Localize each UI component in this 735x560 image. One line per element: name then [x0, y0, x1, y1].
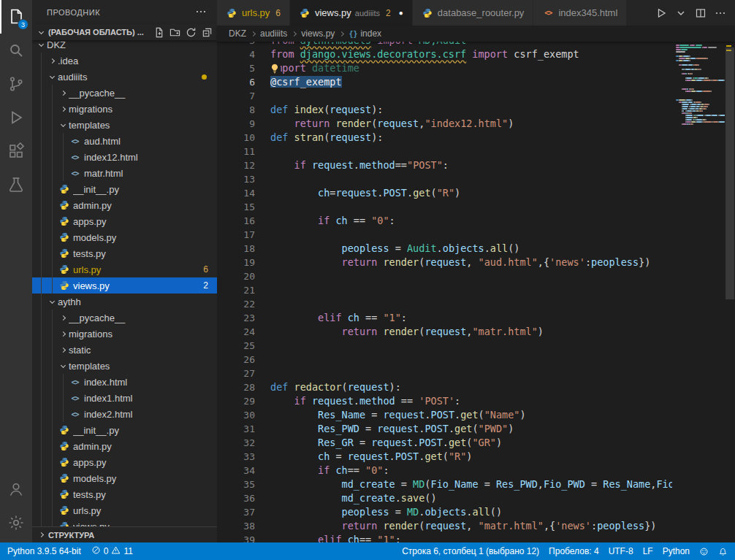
code-line-20[interactable]: 20 — [217, 269, 672, 283]
code-line-14[interactable]: 14 ch=request.POST.get("R") — [217, 186, 672, 200]
code-line-39[interactable]: 39 elif ch== "1": — [217, 533, 672, 542]
tree-file-views.py[interactable]: views.py — [32, 518, 217, 526]
more-actions-button[interactable] — [715, 7, 726, 19]
refresh-explorer-button[interactable] — [186, 27, 197, 38]
collapse-folders-button[interactable] — [202, 27, 213, 38]
code-line-4[interactable]: 4from django.views.decorators.csrf impor… — [217, 47, 672, 61]
sidebar-more-actions-button[interactable] — [195, 6, 207, 19]
activity-extensions-icon[interactable] — [0, 134, 32, 168]
tree-file-models.py[interactable]: models.py — [32, 229, 217, 245]
code-line-31[interactable]: 31 Res_PWD = request.POST.get("PWD") — [217, 422, 672, 436]
scrollbar-thumb[interactable] — [726, 47, 734, 299]
activity-explorer-icon[interactable]: 3 — [0, 0, 32, 34]
tree-file-__init__.py[interactable]: __init__.py — [32, 422, 217, 438]
tree-file-__init__.py[interactable]: __init__.py — [32, 181, 217, 197]
tree-file-admin.py[interactable]: admin.py — [32, 197, 217, 213]
code-line-37[interactable]: 37 peopless = MD.objects.all() — [217, 505, 672, 519]
tree-file-index2.html[interactable]: <>index2.html — [32, 406, 217, 422]
tree-file-urls.py[interactable]: urls.py6 — [32, 261, 217, 277]
code-line-38[interactable]: 38 return render(request, "matr.html",{'… — [217, 519, 672, 533]
notifications-bell-icon[interactable] — [718, 547, 728, 556]
split-editor-button[interactable] — [695, 7, 707, 19]
tree-file-matr.html[interactable]: <>matr.html — [32, 165, 217, 181]
code-line-16[interactable]: 16 if ch == "0": — [217, 214, 672, 228]
code-line-35[interactable]: 35 md_create = MD(Fio_Name = Res_PWD,Fio… — [217, 477, 672, 491]
code-line-28[interactable]: 28def redactor(request): — [217, 380, 672, 394]
code-line-29[interactable]: 29 if request.method == 'POST': — [217, 394, 672, 408]
code-line-23[interactable]: 23 elif ch == "1": — [217, 311, 672, 325]
tree-folder-migrations[interactable]: migrations — [32, 101, 217, 117]
code-line-19[interactable]: 19 return render(request, "aud.html",{'n… — [217, 256, 672, 269]
breadcrumb-item-DKZ[interactable]: DKZ — [229, 28, 246, 39]
code-line-17[interactable]: 17 — [217, 228, 672, 242]
activity-testing-icon[interactable] — [0, 168, 32, 202]
code-line-12[interactable]: 12 if request.method=="POST": — [217, 158, 672, 172]
code-line-15[interactable]: 15 — [217, 200, 672, 214]
run-dropdown-button[interactable] — [675, 7, 687, 19]
tab-views.py[interactable]: views.pyaudiiits2● — [290, 0, 413, 26]
code-line-11[interactable]: 11 — [217, 145, 672, 158]
tree-file-index12.html[interactable]: <>index12.html — [32, 149, 217, 165]
code-line-10[interactable]: 10def stran(request): — [217, 131, 672, 145]
tree-folder-migrations[interactable]: migrations — [32, 326, 217, 342]
code-line-5[interactable]: 5import datetime — [217, 61, 672, 75]
encoding-status[interactable]: UTF-8 — [609, 546, 633, 556]
tree-file-aud.html[interactable]: <>aud.html — [32, 133, 217, 149]
code-line-25[interactable]: 25 — [217, 339, 672, 353]
code-line-8[interactable]: 8def index(request): — [217, 103, 672, 117]
tab-index345.html[interactable]: <>index345.html — [533, 0, 627, 26]
tree-folder-audiiits[interactable]: audiiits — [32, 69, 217, 85]
code-line-9[interactable]: 9 return render(request,"index12.html") — [217, 117, 672, 131]
editor-scrollbar[interactable] — [725, 42, 735, 542]
run-button[interactable] — [655, 7, 667, 19]
activity-settings-icon[interactable] — [0, 506, 32, 540]
workspace-section-header[interactable]: (РАБОЧАЯ ОБЛАСТЬ) ... — [32, 24, 217, 40]
code-line-7[interactable]: 7 — [217, 89, 672, 103]
activity-search-icon[interactable] — [0, 34, 32, 67]
code-line-6[interactable]: 6@csrf_exempt — [217, 75, 672, 89]
code-line-21[interactable]: 21 — [217, 283, 672, 297]
outline-section-header[interactable]: СТРУКТУРА — [32, 526, 217, 542]
tree-folder-__pycache__[interactable]: __pycache__ — [32, 85, 217, 101]
code-line-24[interactable]: 24 return render(request,"matr.html") — [217, 325, 672, 339]
breadcrumb-item-index[interactable]: index — [360, 28, 381, 39]
code-editor[interactable]: 3from aythh.models import MD,Audit4from … — [217, 42, 672, 542]
code-line-36[interactable]: 36 md_create.save() — [217, 491, 672, 505]
code-line-32[interactable]: 32 Res_GR = request.POST.get("GR") — [217, 436, 672, 450]
tree-file-tests.py[interactable]: tests.py — [32, 486, 217, 502]
tree-file-index1.html[interactable]: <>index1.html — [32, 390, 217, 406]
code-line-34[interactable]: 34 if ch== "0": — [217, 464, 672, 477]
code-line-3[interactable]: 3from aythh.models import MD,Audit — [217, 42, 672, 47]
feedback-icon[interactable] — [699, 547, 709, 556]
minimap[interactable] — [672, 42, 725, 542]
tab-database_roouter.py[interactable]: database_roouter.py — [413, 0, 534, 26]
code-line-33[interactable]: 33 ch = request.POST.get("R") — [217, 450, 672, 464]
tree-file-models.py[interactable]: models.py — [32, 470, 217, 486]
breadcrumb-item-audiiits[interactable]: audiiits — [260, 28, 287, 39]
python-interpreter-status[interactable]: Python 3.9.5 64-bit — [7, 546, 81, 556]
code-line-30[interactable]: 30 Res_Name = request.POST.get("Name") — [217, 408, 672, 422]
breadcrumb-item-views.py[interactable]: views.py — [301, 28, 335, 39]
activity-source-control-icon[interactable] — [0, 67, 32, 101]
tab-urls.py[interactable]: urls.py6 — [217, 0, 290, 26]
code-line-18[interactable]: 18 peopless = Audit.objects.all() — [217, 242, 672, 256]
activity-accounts-icon[interactable] — [0, 472, 32, 506]
tree-folder-templates[interactable]: templates — [32, 358, 217, 374]
tree-folder-__pycache__[interactable]: __pycache__ — [32, 310, 217, 326]
tree-file-views.py[interactable]: views.py2 — [32, 277, 217, 294]
dirty-dot[interactable]: ● — [399, 9, 403, 17]
tree-file-urls.py[interactable]: urls.py — [32, 502, 217, 518]
tree-file-apps.py[interactable]: apps.py — [32, 454, 217, 470]
code-line-27[interactable]: 27 — [217, 367, 672, 380]
problems-status[interactable]: 0 11 — [91, 545, 133, 557]
tree-folder-aythh[interactable]: aythh — [32, 294, 217, 310]
language-mode-status[interactable]: Python — [663, 546, 690, 556]
tree-folder-static[interactable]: static — [32, 342, 217, 358]
tree-file-admin.py[interactable]: admin.py — [32, 438, 217, 454]
eol-status[interactable]: LF — [643, 546, 653, 556]
tree-folder-templates[interactable]: templates — [32, 117, 217, 133]
new-folder-button[interactable] — [170, 27, 180, 38]
tree-file-apps.py[interactable]: apps.py — [32, 213, 217, 229]
indentation-status[interactable]: Пробелов: 4 — [549, 546, 599, 556]
tree-file-index.html[interactable]: <>index.html — [32, 374, 217, 390]
